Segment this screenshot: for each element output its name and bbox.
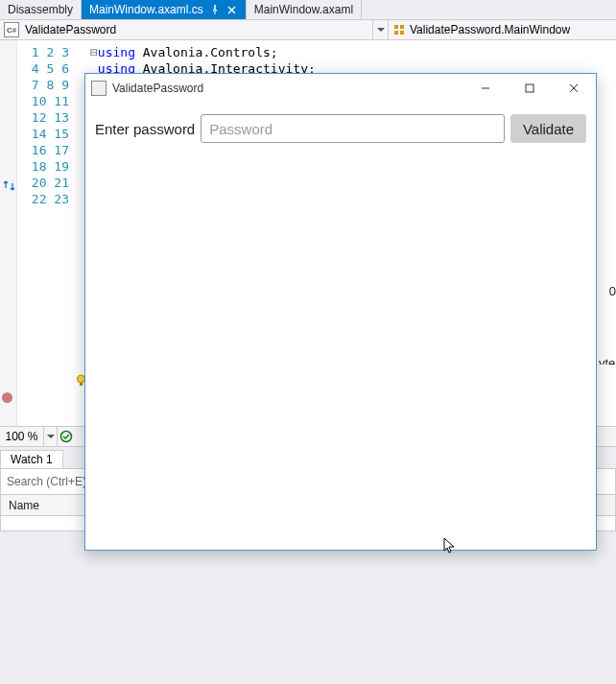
fold-icon[interactable]: ⊟ [90,45,98,59]
svg-rect-6 [80,383,83,386]
titlebar[interactable]: ValidatePassword [85,74,596,103]
window-title: ValidatePassword [112,82,463,95]
pin-icon[interactable] [209,4,221,15]
document-tab-bar: Disassembly MainWindow.axaml.cs MainWind… [0,0,616,19]
tab-label: MainWindow.axaml [254,3,353,16]
svg-rect-1 [400,25,404,29]
validate-button[interactable]: Validate [510,114,586,143]
maximize-button[interactable] [508,74,552,103]
tab-mainwindow-axaml[interactable]: MainWindow.axaml [247,0,362,19]
glyph-margin [0,40,17,426]
close-button[interactable] [552,74,596,103]
svg-point-4 [2,392,12,403]
nav-scope-label: ValidatePassword [23,23,372,36]
cutoff-text: 0 yte [599,284,616,365]
zoom-dropdown[interactable] [44,427,58,446]
svg-rect-3 [400,31,404,35]
svg-rect-0 [394,25,398,29]
class-icon [392,23,406,36]
window-content: Enter password Validate [85,103,596,154]
chevron-down-icon[interactable] [372,20,388,39]
watch-tab-label: Watch 1 [11,453,53,466]
svg-rect-8 [526,84,533,92]
tab-mainwindow-cs[interactable]: MainWindow.axaml.cs [82,0,247,19]
password-label: Enter password [95,121,195,137]
watch-tab[interactable]: Watch 1 [0,450,63,468]
watch-col-name: Name [9,499,39,512]
tab-disassembly[interactable]: Disassembly [0,0,82,19]
nav-member-label: ValidatePassword.MainWindow [410,23,570,36]
minimize-button[interactable] [463,74,508,103]
zoom-value: 100 % [5,430,37,443]
tab-label: Disassembly [8,3,73,16]
tab-label: MainWindow.axaml.cs [89,3,203,16]
line-numbers: 1 2 3 4 5 6 7 8 9 10 11 12 13 14 15 16 1… [17,40,75,426]
breakpoint-icon[interactable] [0,390,13,404]
app-icon [91,81,107,96]
watch-search-placeholder: Search (Ctrl+E) [7,475,86,488]
close-icon[interactable] [226,4,238,15]
nav-member-dropdown[interactable]: ValidatePassword.MainWindow [389,20,616,39]
csharp-file-icon: C# [4,22,19,37]
app-window-validatepassword: ValidatePassword Enter password Validate [84,73,597,551]
svg-rect-2 [394,31,398,35]
no-issues-icon[interactable] [58,427,75,446]
code-text: Avalonia.Controls; [135,45,278,59]
password-input[interactable] [201,114,505,143]
zoom-level[interactable]: 100 % [0,427,44,446]
navigation-bar: C# ValidatePassword ValidatePassword.Mai… [0,19,616,40]
keyword: using [98,45,135,59]
nav-scope-dropdown[interactable]: C# ValidatePassword [0,20,389,39]
swap-icon[interactable] [2,178,15,192]
